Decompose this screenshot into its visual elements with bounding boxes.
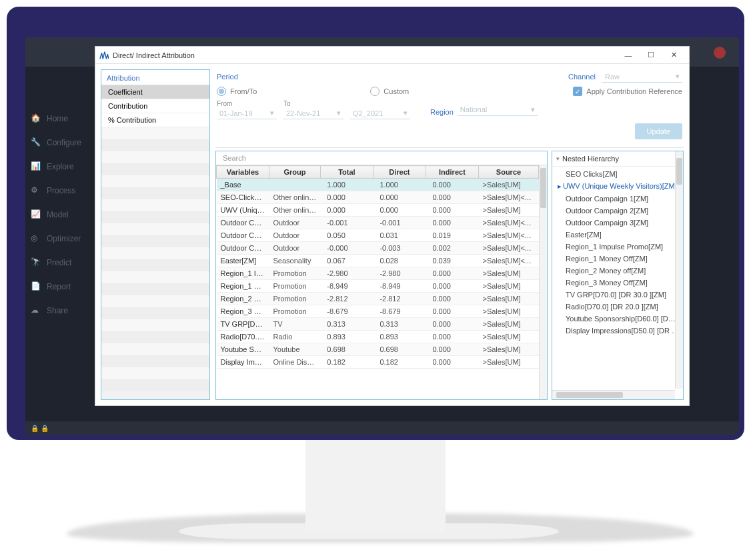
to-label: To bbox=[283, 100, 343, 107]
nav-item-process[interactable]: ⚙Process bbox=[25, 179, 105, 203]
from-date-select[interactable]: 01-Jan-19▾ bbox=[217, 107, 277, 119]
to-date-select[interactable]: 22-Nov-21▾ bbox=[283, 107, 343, 119]
app-statusbar: 🔒 🔒 bbox=[25, 421, 739, 435]
custom-radio[interactable]: Custom bbox=[370, 87, 409, 96]
tree-item[interactable]: ▸UWV (Unique Weekly Visitors)[ZM] bbox=[552, 180, 683, 193]
tree-item[interactable]: Region_1 Impulse Promo[ZM] bbox=[552, 241, 683, 253]
app-logo-icon bbox=[99, 51, 109, 60]
tree-item[interactable]: Region_1 Money Off[ZM] bbox=[552, 253, 683, 265]
tree-scrollbar-vertical[interactable] bbox=[675, 151, 683, 389]
apply-reference-checkbox[interactable]: ✓Apply Contribution Reference bbox=[573, 87, 682, 96]
home-icon: 🏠 bbox=[31, 113, 41, 124]
attribution-type-item[interactable]: Coefficient bbox=[101, 85, 209, 99]
table-row[interactable]: Region_2 Mo...Promotion-2.812-2.8120.000… bbox=[217, 293, 539, 305]
tree-expand-icon: ▸ bbox=[558, 182, 562, 190]
chevron-down-icon: ▾ bbox=[531, 105, 535, 114]
tree-item[interactable]: Display Impressions[D50.0] [DR 60.0 bbox=[552, 325, 683, 337]
table-row[interactable]: Region_1 Mo...Promotion-8.949-8.9490.000… bbox=[217, 280, 539, 293]
region-label: Region bbox=[430, 108, 454, 116]
tree-item[interactable]: Region_2 Money off[ZM] bbox=[552, 265, 683, 277]
channel-value: Raw bbox=[605, 73, 620, 81]
chart-icon: 📈 bbox=[31, 209, 41, 220]
table-row[interactable]: _Base1.0001.0000.000>Sales[UM] bbox=[217, 179, 539, 191]
table-row[interactable]: Radio[D70.0] ...Radio0.8930.8930.000>Sal… bbox=[217, 331, 539, 343]
chevron-down-icon: ▾ bbox=[404, 109, 408, 117]
maximize-button[interactable]: ☐ bbox=[640, 47, 662, 63]
attribution-type-item[interactable]: % Contribution bbox=[101, 113, 209, 127]
attribution-header: Attribution bbox=[101, 70, 209, 85]
tree-header[interactable]: ▾ Nested Hierarchy bbox=[552, 151, 683, 167]
notification-dot-icon bbox=[714, 47, 726, 59]
period-label: Period bbox=[217, 73, 238, 81]
target-icon: ◎ bbox=[31, 233, 41, 244]
channel-select[interactable]: Raw▾ bbox=[602, 71, 682, 83]
chevron-down-icon: ▾ bbox=[337, 109, 341, 117]
region-select[interactable]: National▾ bbox=[458, 104, 538, 116]
lock-icon: 🔒 🔒 bbox=[31, 425, 49, 432]
app-sidebar: 🏠Home🔧Configure📊Explore⚙Process📈Model◎Op… bbox=[25, 67, 105, 323]
binoculars-icon: 🔭 bbox=[31, 257, 41, 268]
table-row[interactable]: UWV (Unique...Other online ...0.0000.000… bbox=[217, 204, 539, 217]
tree-item[interactable]: Radio[D70.0] [DR 20.0 ][ZM] bbox=[552, 301, 683, 313]
hierarchy-tree: ▾ Nested Hierarchy SEO Clicks[ZM]▸UWV (U… bbox=[552, 151, 684, 400]
tree-item[interactable]: Youtube Sponsorship[D60.0] [DR 80... bbox=[552, 313, 683, 325]
nav-item-home[interactable]: 🏠Home bbox=[25, 107, 105, 131]
table-row[interactable]: Display Impre...Online Display0.1820.182… bbox=[217, 356, 539, 369]
dialog-title: Direct/ Indirect Attribution bbox=[113, 51, 617, 59]
nav-item-predict[interactable]: 🔭Predict bbox=[25, 251, 105, 275]
tree-item[interactable]: TV GRP[D70.0] [DR 30.0 ][ZM] bbox=[552, 289, 683, 301]
chevron-down-icon: ▾ bbox=[270, 109, 274, 117]
table-row[interactable]: Outdoor Cam...Outdoor0.0500.0310.019>Sal… bbox=[217, 229, 539, 242]
attribution-type-item[interactable]: Contribution bbox=[101, 99, 209, 113]
table-row[interactable]: Youtube Spo...Youtube0.6980.6980.000>Sal… bbox=[217, 343, 539, 356]
gears-icon: ⚙ bbox=[31, 185, 41, 196]
nav-item-explore[interactable]: 📊Explore bbox=[25, 155, 105, 179]
results-grid: Search VariablesGroupTotalDirectIndirect… bbox=[215, 151, 548, 400]
nav-item-configure[interactable]: 🔧Configure bbox=[25, 131, 105, 155]
tree-item[interactable]: Outdoor Campaign 3[ZM] bbox=[552, 217, 683, 229]
close-button[interactable]: ✕ bbox=[662, 47, 685, 63]
cloud-icon: ☁ bbox=[31, 305, 41, 316]
minimize-button[interactable]: ― bbox=[617, 47, 640, 63]
tree-item[interactable]: SEO Clicks[ZM] bbox=[552, 168, 683, 180]
nav-item-optimizer[interactable]: ◎Optimizer bbox=[25, 227, 105, 251]
filter-panel: Period Channel Raw▾ From/To Custo bbox=[215, 69, 684, 147]
grid-scrollbar-vertical[interactable] bbox=[539, 165, 547, 399]
grid-header[interactable]: Direct bbox=[373, 166, 426, 179]
table-row[interactable]: Easter[ZM]Seasonality0.0670.0280.039>Sal… bbox=[217, 255, 539, 267]
grid-header[interactable]: Variables bbox=[217, 166, 269, 179]
tree-collapse-icon: ▾ bbox=[556, 155, 560, 162]
tree-item[interactable]: Outdoor Campaign 1[ZM] bbox=[552, 193, 683, 205]
table-row[interactable]: SEO-Clicks[ZM]Other online ...0.0000.000… bbox=[217, 191, 539, 204]
tree-item[interactable]: Outdoor Campaign 2[ZM] bbox=[552, 205, 683, 217]
from-to-radio[interactable]: From/To bbox=[217, 87, 257, 96]
quarter-select[interactable]: Q2_2021▾ bbox=[350, 107, 410, 119]
table-row[interactable]: Region_1 Imp...Promotion-2.980-2.9800.00… bbox=[217, 267, 539, 280]
search-input[interactable]: Search bbox=[223, 154, 246, 162]
grid-header[interactable]: Indirect bbox=[426, 166, 478, 179]
attribution-type-panel: Attribution CoefficientContribution% Con… bbox=[101, 69, 210, 400]
chevron-down-icon: ▾ bbox=[676, 72, 680, 81]
dashboard-icon: 📊 bbox=[31, 161, 41, 172]
grid-header[interactable]: Group bbox=[269, 166, 321, 179]
tree-item[interactable]: Region_3 Money Off[ZM] bbox=[552, 277, 683, 289]
nav-item-model[interactable]: 📈Model bbox=[25, 203, 105, 227]
table-row[interactable]: Outdoor Cam...Outdoor-0.001-0.0010.000>S… bbox=[217, 217, 539, 229]
table-row[interactable]: TV GRP[D70.0...TV0.3130.3130.000>Sales[U… bbox=[217, 318, 539, 331]
channel-label: Channel bbox=[568, 73, 596, 81]
update-button[interactable]: Update bbox=[635, 123, 682, 139]
wrench-icon: 🔧 bbox=[31, 137, 41, 148]
from-label: From bbox=[217, 100, 277, 107]
table-row[interactable]: Outdoor Cam...Outdoor-0.000-0.0030.002>S… bbox=[217, 242, 539, 255]
grid-header[interactable]: Total bbox=[320, 166, 373, 179]
attribution-dialog: Direct/ Indirect Attribution ― ☐ ✕ Attri… bbox=[95, 46, 690, 406]
dialog-titlebar: Direct/ Indirect Attribution ― ☐ ✕ bbox=[95, 47, 689, 64]
nav-item-share[interactable]: ☁Share bbox=[25, 299, 105, 323]
tree-item[interactable]: Easter[ZM] bbox=[552, 229, 683, 241]
report-icon: 📄 bbox=[31, 281, 41, 292]
nav-item-report[interactable]: 📄Report bbox=[25, 275, 105, 299]
table-row[interactable]: Region_3 Mo...Promotion-8.679-8.6790.000… bbox=[217, 305, 539, 318]
tree-scrollbar-horizontal[interactable] bbox=[552, 390, 675, 399]
grid-header[interactable]: Source bbox=[478, 166, 538, 179]
